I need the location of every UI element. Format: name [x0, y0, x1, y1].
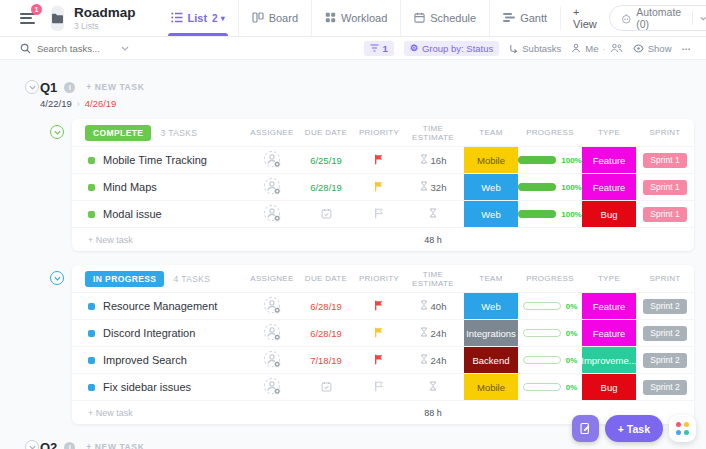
- due-date-cell[interactable]: 6/28/19: [296, 174, 356, 200]
- column-header-sprint[interactable]: SPRINT: [636, 274, 694, 283]
- priority-cell[interactable]: [356, 374, 402, 400]
- tab-schedule[interactable]: Schedule: [400, 0, 489, 36]
- type-badge[interactable]: Bug: [582, 374, 636, 400]
- column-header-priority[interactable]: PRIORITY: [356, 274, 402, 283]
- sprint-badge[interactable]: Sprint 2: [643, 326, 686, 341]
- progress-cell[interactable]: 0%: [518, 347, 582, 373]
- me-filter-button[interactable]: Me ·: [571, 43, 622, 54]
- task-name-cell[interactable]: Discord Integration: [72, 327, 248, 339]
- due-date-cell[interactable]: 6/28/19: [296, 320, 356, 346]
- tab-list[interactable]: List2▾: [158, 0, 238, 36]
- sprint-badge[interactable]: Sprint 1: [643, 180, 686, 195]
- team-cell[interactable]: Web: [464, 201, 518, 227]
- chevron-down-icon[interactable]: [121, 46, 129, 51]
- column-header-assignee[interactable]: ASSIGNEE: [248, 274, 296, 283]
- priority-cell[interactable]: [356, 147, 402, 173]
- table-row[interactable]: Mind Maps6/28/1932hWeb100%FeatureSprint …: [72, 173, 694, 200]
- add-task-button[interactable]: + Task: [605, 415, 663, 442]
- column-header-priority[interactable]: PRIORITY: [356, 128, 402, 137]
- team-cell[interactable]: Web: [464, 174, 518, 200]
- tab-board[interactable]: Board: [238, 0, 311, 36]
- task-name-cell[interactable]: Mobile Time Tracking: [72, 154, 248, 166]
- section-new-task-button[interactable]: + NEW TASK: [86, 442, 144, 449]
- table-row[interactable]: Improved Search7/18/1924hBackend0%Improv…: [72, 346, 694, 373]
- due-date-cell[interactable]: [296, 201, 356, 227]
- status-badge[interactable]: COMPLETE: [85, 125, 151, 141]
- subtasks-button[interactable]: Subtasks: [509, 43, 561, 54]
- sprint-cell[interactable]: Sprint 2: [636, 293, 694, 319]
- sidebar-menu-icon[interactable]: 1: [20, 10, 35, 26]
- type-badge[interactable]: Improveme...: [582, 347, 636, 373]
- filter-button[interactable]: 1: [364, 41, 394, 56]
- progress-cell[interactable]: 100%: [518, 147, 582, 173]
- type-badge[interactable]: Bug: [582, 201, 636, 227]
- tab-gantt[interactable]: Gantt: [489, 0, 560, 36]
- column-header-progress[interactable]: PROGRESS: [518, 274, 582, 283]
- due-date-cell[interactable]: [296, 374, 356, 400]
- sprint-cell[interactable]: Sprint 1: [636, 147, 694, 173]
- new-doc-button[interactable]: [572, 415, 599, 442]
- sprint-cell[interactable]: Sprint 1: [636, 201, 694, 227]
- column-header-due-date[interactable]: DUE DATE: [296, 274, 356, 283]
- team-badge[interactable]: Backend: [464, 347, 518, 373]
- team-badge[interactable]: Web: [464, 293, 518, 319]
- section-new-task-button[interactable]: + NEW TASK: [86, 82, 144, 92]
- column-header-team[interactable]: TEAM: [464, 128, 518, 137]
- start-date[interactable]: 4/22/19: [40, 98, 72, 109]
- sprint-badge[interactable]: Sprint 1: [643, 153, 686, 168]
- sprint-cell[interactable]: Sprint 2: [636, 320, 694, 346]
- status-badge[interactable]: IN PROGRESS: [85, 271, 164, 287]
- time-estimate-cell[interactable]: 24h: [402, 347, 464, 373]
- tab-workload[interactable]: Workload: [311, 0, 400, 36]
- type-cell[interactable]: Improveme...: [582, 347, 636, 373]
- table-row[interactable]: Fix sidebar issuesMobile0%BugSprint 2: [72, 373, 694, 400]
- apps-grid-button[interactable]: [669, 415, 696, 442]
- sprint-badge[interactable]: Sprint 2: [643, 299, 686, 314]
- column-header-sprint[interactable]: SPRINT: [636, 128, 694, 137]
- type-badge[interactable]: Feature: [582, 320, 636, 346]
- sprint-cell[interactable]: Sprint 2: [636, 347, 694, 373]
- team-cell[interactable]: Mobile: [464, 374, 518, 400]
- task-name-cell[interactable]: Mind Maps: [72, 181, 248, 193]
- assignee-cell[interactable]: [248, 174, 296, 200]
- add-view-button[interactable]: + View: [560, 6, 609, 30]
- team-cell[interactable]: Backend: [464, 347, 518, 373]
- sprint-cell[interactable]: Sprint 2: [636, 374, 694, 400]
- team-badge[interactable]: Web: [464, 174, 518, 200]
- team-badge[interactable]: Mobile: [464, 374, 518, 400]
- type-cell[interactable]: Bug: [582, 374, 636, 400]
- priority-cell[interactable]: [356, 201, 402, 227]
- collapse-section-icon[interactable]: [25, 80, 39, 94]
- progress-cell[interactable]: 100%: [518, 201, 582, 227]
- task-name-cell[interactable]: Modal issue: [72, 208, 248, 220]
- type-cell[interactable]: Feature: [582, 147, 636, 173]
- column-header-type[interactable]: TYPE: [582, 128, 636, 137]
- time-estimate-cell[interactable]: [402, 374, 464, 400]
- table-row[interactable]: Modal issueWeb100%BugSprint 1: [72, 200, 694, 227]
- chevron-down-icon[interactable]: [700, 16, 706, 21]
- due-date-cell[interactable]: 6/28/19: [296, 293, 356, 319]
- assignee-cell[interactable]: [248, 293, 296, 319]
- assignee-cell[interactable]: [248, 374, 296, 400]
- team-badge[interactable]: Integrations: [464, 320, 518, 346]
- team-cell[interactable]: Mobile: [464, 147, 518, 173]
- section-title[interactable]: Q2: [40, 440, 57, 449]
- table-row[interactable]: Mobile Time Tracking6/25/1916hMobile100%…: [72, 146, 694, 173]
- time-estimate-cell[interactable]: [402, 201, 464, 227]
- column-header-progress[interactable]: PROGRESS: [518, 128, 582, 137]
- collapse-group-icon[interactable]: [50, 125, 64, 139]
- time-estimate-cell[interactable]: 32h: [402, 174, 464, 200]
- sprint-badge[interactable]: Sprint 1: [643, 207, 686, 222]
- assignee-cell[interactable]: [248, 201, 296, 227]
- column-header-time-estimate[interactable]: TIME ESTIMATE: [402, 270, 464, 288]
- task-name-cell[interactable]: Fix sidebar issues: [72, 381, 248, 393]
- group-by-button[interactable]: ⚙ Group by: Status: [404, 41, 499, 56]
- type-badge[interactable]: Feature: [582, 174, 636, 200]
- info-icon[interactable]: i: [64, 82, 75, 93]
- progress-cell[interactable]: 100%: [518, 174, 582, 200]
- type-cell[interactable]: Feature: [582, 293, 636, 319]
- assignee-cell[interactable]: [248, 147, 296, 173]
- due-date-cell[interactable]: 6/25/19: [296, 147, 356, 173]
- search-box[interactable]: [20, 43, 140, 54]
- column-header-assignee[interactable]: ASSIGNEE: [248, 128, 296, 137]
